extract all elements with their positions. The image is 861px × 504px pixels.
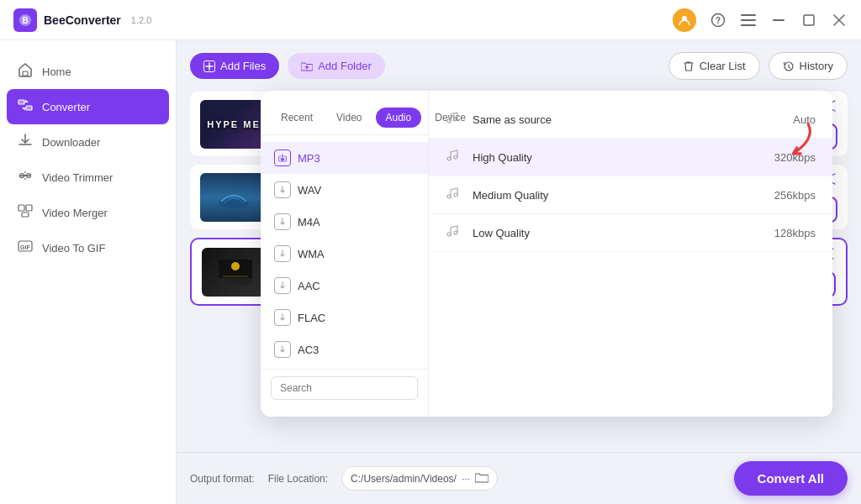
svg-rect-21	[22, 213, 29, 217]
format-wav[interactable]: WAV	[261, 174, 428, 206]
quality-label-2: Medium Quality	[473, 189, 764, 202]
format-icon-flac	[274, 309, 291, 326]
sidebar-label-video-to-gif: Video To GIF	[42, 242, 105, 255]
app-name: BeeConverter	[44, 13, 121, 27]
titlebar: B BeeConverter 1.2.0 ?	[0, 0, 861, 40]
sidebar: Home Converter Downloader	[0, 40, 177, 504]
maximize-icon[interactable]	[800, 12, 817, 29]
svg-text:?: ?	[716, 16, 721, 25]
music-icon-2	[446, 186, 462, 203]
quality-low[interactable]: Low Quality 128kbps	[429, 214, 832, 252]
history-button[interactable]: History	[769, 52, 848, 80]
svg-point-59	[447, 157, 451, 160]
convert-all-button[interactable]: Convert All	[734, 461, 848, 496]
svg-point-60	[454, 155, 457, 159]
topbar: Add Files Add Folder Clear List	[177, 40, 861, 92]
tab-recent[interactable]: Recent	[271, 108, 323, 128]
format-icon-wav	[274, 181, 291, 198]
sidebar-item-video-trimmer[interactable]: Video Trimmer	[0, 160, 176, 195]
svg-rect-14	[26, 106, 32, 110]
profile-icon[interactable]	[673, 8, 696, 32]
file-location-input[interactable]: C:/Users/admin/Videos/ ···	[341, 466, 498, 491]
quality-label-3: Low Quality	[473, 227, 764, 239]
app-version: 1.2.0	[131, 15, 151, 25]
history-label: History	[800, 60, 833, 72]
file-thumb-2	[200, 173, 267, 222]
format-m4a[interactable]: M4A	[261, 206, 428, 238]
minimize-icon[interactable]	[770, 12, 787, 29]
close-icon[interactable]	[831, 12, 848, 29]
svg-rect-5	[741, 14, 756, 16]
convert-all-label: Convert All	[758, 471, 824, 486]
format-icon-aac	[274, 277, 291, 294]
svg-point-47	[231, 262, 240, 270]
svg-point-62	[454, 193, 457, 197]
trim-icon	[17, 168, 34, 186]
tab-audio[interactable]: Audio	[376, 108, 422, 128]
format-icon-m4a	[274, 213, 291, 230]
svg-rect-9	[804, 15, 814, 25]
converter-icon	[17, 97, 34, 116]
svg-rect-8	[773, 19, 784, 21]
format-list: MP3 WAV	[261, 142, 428, 365]
music-icon-3	[446, 224, 462, 241]
format-icon-ac3	[274, 341, 291, 358]
quality-rate-3: 128kbps	[774, 227, 816, 239]
file-thumb-1: HYPE ME	[200, 100, 267, 149]
sidebar-item-home[interactable]: Home	[0, 54, 176, 89]
svg-rect-12	[23, 71, 28, 76]
format-search-input[interactable]	[271, 376, 418, 400]
svg-rect-19	[18, 205, 24, 211]
format-ac3[interactable]: AC3	[261, 333, 428, 365]
music-icon-0	[446, 111, 462, 128]
format-flac[interactable]: FLAC	[261, 302, 428, 333]
main-layout: Home Converter Downloader	[0, 40, 861, 504]
add-files-label: Add Files	[220, 60, 266, 72]
output-format-label: Output format:	[190, 473, 255, 485]
format-icon-wma	[274, 245, 291, 262]
dots-icon[interactable]: ···	[462, 473, 470, 485]
menu-icon[interactable]	[740, 12, 757, 29]
format-aac[interactable]: AAC	[261, 270, 428, 302]
format-wma[interactable]: WMA	[261, 238, 428, 270]
svg-rect-13	[18, 100, 24, 104]
svg-rect-20	[26, 205, 32, 211]
sidebar-label-converter: Converter	[42, 101, 90, 113]
svg-text:GIF: GIF	[20, 244, 30, 250]
sidebar-label-video-trimmer: Video Trimmer	[42, 171, 113, 184]
bottombar: Output format: File Location: C:/Users/a…	[177, 452, 861, 504]
svg-rect-6	[741, 19, 756, 21]
quality-medium[interactable]: Medium Quality 256kbps	[429, 176, 832, 214]
folder-icon[interactable]	[475, 470, 489, 486]
gif-icon: GIF	[17, 239, 34, 257]
music-icon-1	[446, 149, 462, 165]
home-icon	[17, 62, 34, 81]
add-files-button[interactable]: Add Files	[190, 53, 279, 79]
svg-point-64	[454, 231, 457, 234]
window-controls: ?	[673, 8, 848, 32]
app-logo: B BeeConverter 1.2.0	[13, 8, 151, 32]
clear-list-label: Clear List	[700, 60, 746, 72]
dropdown-tabs: Recent Video Audio Device	[261, 101, 428, 135]
help-icon[interactable]: ?	[710, 12, 726, 29]
sidebar-item-downloader[interactable]: Downloader	[0, 124, 176, 160]
sidebar-item-video-merger[interactable]: Video Merger	[0, 195, 176, 230]
merger-icon	[17, 203, 34, 222]
quality-label-0: Same as source	[473, 113, 783, 126]
svg-point-63	[447, 233, 451, 236]
svg-text:B: B	[22, 16, 28, 25]
clear-list-button[interactable]: Clear List	[668, 52, 760, 80]
svg-rect-7	[741, 24, 756, 26]
format-dropdown: Recent Video Audio Device	[261, 91, 832, 417]
svg-point-58	[454, 118, 457, 121]
format-list-panel: Recent Video Audio Device	[261, 91, 429, 417]
sidebar-item-video-to-gif[interactable]: GIF Video To GIF	[0, 230, 176, 265]
sidebar-item-converter[interactable]: Converter	[7, 89, 169, 124]
format-mp3[interactable]: MP3	[261, 142, 428, 174]
add-folder-button[interactable]: Add Folder	[288, 53, 385, 79]
file-location-label: File Location:	[268, 473, 328, 485]
svg-point-61	[447, 195, 451, 198]
search-box	[261, 369, 428, 407]
tab-video[interactable]: Video	[326, 108, 372, 128]
sidebar-label-downloader: Downloader	[42, 136, 100, 149]
